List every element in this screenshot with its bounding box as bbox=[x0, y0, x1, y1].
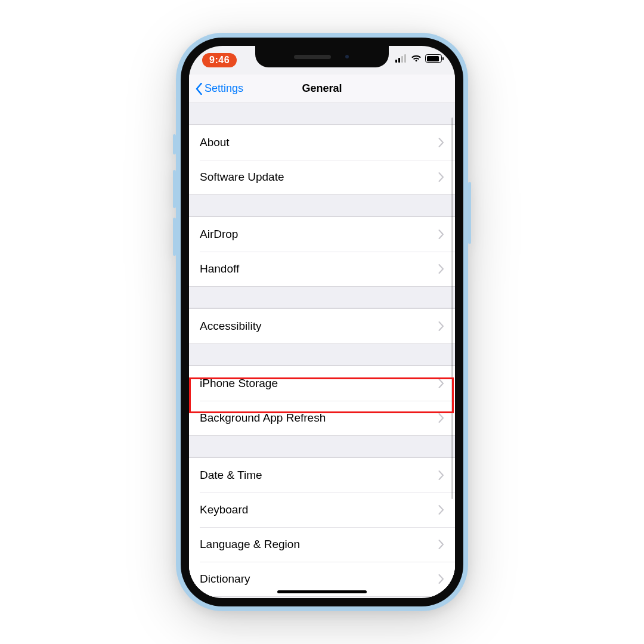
section-gap bbox=[189, 195, 455, 216]
row-iphone-storage[interactable]: iPhone Storage bbox=[189, 366, 455, 401]
phone-bezel: 9:46 bbox=[181, 38, 463, 606]
row-software-update[interactable]: Software Update bbox=[189, 160, 455, 194]
row-accessibility[interactable]: Accessibility bbox=[189, 309, 455, 343]
side-button bbox=[468, 182, 471, 244]
settings-group: iPhone StorageBackground App Refresh bbox=[189, 366, 455, 436]
speaker-grille bbox=[294, 55, 331, 59]
row-label: Keyboard bbox=[200, 503, 248, 516]
chevron-right-icon bbox=[438, 230, 444, 239]
section-gap bbox=[189, 344, 455, 366]
row-handoff[interactable]: Handoff bbox=[189, 252, 455, 286]
settings-list[interactable]: AboutSoftware UpdateAirDropHandoffAccess… bbox=[189, 103, 455, 597]
chevron-right-icon bbox=[438, 321, 444, 331]
settings-group: Date & TimeKeyboardLanguage & RegionDict… bbox=[189, 457, 455, 597]
settings-group: AboutSoftware Update bbox=[189, 125, 455, 195]
row-background-app-refresh[interactable]: Background App Refresh bbox=[189, 401, 455, 435]
section-gap bbox=[189, 103, 455, 125]
status-time-recording-pill[interactable]: 9:46 bbox=[202, 53, 237, 67]
settings-group: AirDropHandoff bbox=[189, 216, 455, 287]
home-indicator[interactable] bbox=[277, 590, 367, 593]
row-label: Language & Region bbox=[200, 538, 300, 551]
silence-switch bbox=[173, 134, 176, 154]
row-label: Accessibility bbox=[200, 320, 261, 333]
notch bbox=[255, 46, 389, 67]
status-time: 9:46 bbox=[209, 55, 230, 65]
chevron-right-icon bbox=[438, 379, 444, 388]
row-label: Background App Refresh bbox=[200, 411, 326, 425]
row-label: Handoff bbox=[200, 262, 239, 275]
row-label: Software Update bbox=[200, 171, 284, 184]
cellular-signal-icon bbox=[395, 54, 407, 63]
volume-up-button bbox=[173, 170, 176, 208]
row-airdrop[interactable]: AirDrop bbox=[189, 217, 455, 252]
page-title: General bbox=[302, 82, 342, 95]
chevron-left-icon bbox=[195, 83, 203, 95]
status-icons bbox=[395, 54, 442, 63]
chevron-right-icon bbox=[438, 505, 444, 515]
scroll-indicator bbox=[451, 117, 453, 499]
section-gap bbox=[189, 436, 455, 457]
chevron-right-icon bbox=[438, 264, 444, 274]
row-label: iPhone Storage bbox=[200, 377, 278, 390]
row-label: About bbox=[200, 136, 230, 149]
section-gap bbox=[189, 287, 455, 308]
wifi-icon bbox=[411, 54, 422, 63]
chevron-right-icon bbox=[438, 540, 444, 549]
screen: 9:46 bbox=[189, 46, 455, 598]
row-label: Date & Time bbox=[200, 469, 262, 482]
row-keyboard[interactable]: Keyboard bbox=[189, 493, 455, 527]
chevron-right-icon bbox=[438, 138, 444, 147]
chevron-right-icon bbox=[438, 574, 444, 584]
phone-frame: 9:46 bbox=[176, 33, 468, 611]
settings-group: Accessibility bbox=[189, 308, 455, 344]
row-label: Dictionary bbox=[200, 572, 250, 586]
row-date-time[interactable]: Date & Time bbox=[189, 458, 455, 493]
nav-bar: Settings General bbox=[189, 75, 455, 103]
back-button[interactable]: Settings bbox=[195, 75, 243, 103]
volume-down-button bbox=[173, 218, 176, 256]
battery-icon bbox=[425, 54, 442, 63]
chevron-right-icon bbox=[438, 172, 444, 182]
chevron-right-icon bbox=[438, 470, 444, 480]
chevron-right-icon bbox=[438, 413, 444, 423]
row-language-region[interactable]: Language & Region bbox=[189, 527, 455, 562]
row-label: AirDrop bbox=[200, 228, 238, 241]
back-label: Settings bbox=[205, 82, 243, 95]
row-about[interactable]: About bbox=[189, 125, 455, 160]
front-camera bbox=[344, 54, 350, 60]
